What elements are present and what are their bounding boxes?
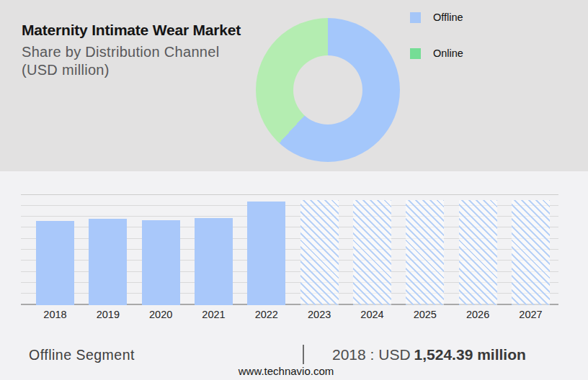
forecast-bar-2023 xyxy=(300,200,339,305)
bar-plot: 2018201920202021202220232024202520262027 xyxy=(21,194,558,305)
x-axis-label-2021: 2021 xyxy=(187,309,240,320)
page-subtitle: Share by Distribution Channel (USD milli… xyxy=(22,43,219,79)
forecast-bar-2025 xyxy=(406,200,444,305)
x-axis-label-2019: 2019 xyxy=(81,309,135,320)
legend-item-offline: Offline xyxy=(410,12,463,23)
website-url: www.technavio.com xyxy=(239,365,334,377)
legend-label-online: Online xyxy=(433,48,463,59)
x-axis-label-2024: 2024 xyxy=(345,309,398,320)
x-axis-label-2027: 2027 xyxy=(504,309,557,320)
value-prefix: 2018 : USD xyxy=(332,346,411,363)
donut-hole xyxy=(293,55,362,125)
online-swatch-icon xyxy=(410,48,421,59)
bar-2021 xyxy=(195,218,233,305)
segment-label: Offline Segment xyxy=(29,347,135,363)
offline-swatch-icon xyxy=(410,12,421,23)
x-axis-label-2022: 2022 xyxy=(240,309,293,320)
x-axis-label-2018: 2018 xyxy=(29,309,82,320)
donut-chart xyxy=(256,18,400,162)
x-axis-label-2025: 2025 xyxy=(398,309,452,320)
value-annotation: 2018 : USD1,524.39 million xyxy=(332,346,526,363)
bar-2019 xyxy=(89,219,127,305)
header-section: Maternity Intimate Wear Market Share by … xyxy=(0,0,588,171)
bar-2020 xyxy=(142,220,180,305)
forecast-bar-2024 xyxy=(353,200,391,305)
bar-chart-section: 2018201920202021202220232024202520262027… xyxy=(0,171,588,380)
legend-label-offline: Offline xyxy=(433,12,463,23)
x-axis-label-2023: 2023 xyxy=(293,309,346,320)
subtitle-line-1: Share by Distribution Channel xyxy=(22,43,219,61)
infographic: Maternity Intimate Wear Market Share by … xyxy=(0,0,588,380)
bar-2022 xyxy=(247,202,285,305)
legend-item-online: Online xyxy=(410,48,463,59)
forecast-bar-2027 xyxy=(512,200,550,305)
x-axis-label-2026: 2026 xyxy=(451,309,504,320)
value-bold: 1,524.39 million xyxy=(414,346,526,363)
subtitle-line-2: (USD million) xyxy=(22,61,219,79)
bar-2018 xyxy=(36,221,74,305)
page-title: Maternity Intimate Wear Market xyxy=(22,22,241,39)
forecast-bar-2026 xyxy=(459,200,497,305)
separator-bar xyxy=(303,345,304,364)
x-axis-label-2020: 2020 xyxy=(134,309,187,320)
gridline xyxy=(21,194,558,195)
